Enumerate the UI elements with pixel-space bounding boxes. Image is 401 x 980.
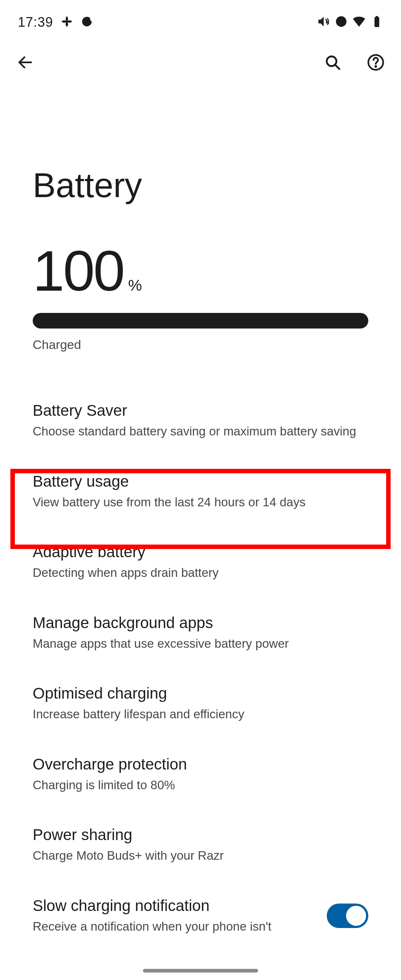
- battery-percent-symbol: %: [128, 277, 142, 294]
- setting-adaptive-battery[interactable]: Adaptive battery Detecting when apps dra…: [0, 527, 401, 598]
- setting-title: Battery usage: [33, 473, 368, 490]
- setting-sub: View battery use from the last 24 hours …: [33, 494, 368, 511]
- slow-charging-toggle[interactable]: [327, 904, 368, 928]
- toggle-thumb: [346, 906, 366, 926]
- setting-sub: Detecting when apps drain battery: [33, 565, 368, 581]
- setting-title: Optimised charging: [33, 684, 368, 702]
- status-bar: 17:39: [0, 0, 401, 37]
- battery-summary: 100 % Charged: [0, 242, 401, 352]
- setting-title: Power sharing: [33, 826, 368, 844]
- setting-battery-saver[interactable]: Battery Saver Choose standard battery sa…: [0, 385, 401, 456]
- setting-sub: Manage apps that use excessive battery p…: [33, 635, 368, 652]
- setting-optimised-charging[interactable]: Optimised charging Increase battery life…: [0, 668, 401, 739]
- status-right: [317, 15, 383, 29]
- page-title: Battery: [0, 88, 401, 242]
- settings-list: Battery Saver Choose standard battery sa…: [0, 385, 401, 951]
- help-button[interactable]: [365, 52, 386, 73]
- setting-overcharge-protection[interactable]: Overcharge protection Charging is limite…: [0, 739, 401, 810]
- setting-power-sharing[interactable]: Power sharing Charge Moto Buds+ with you…: [0, 810, 401, 880]
- mute-icon: [317, 15, 330, 29]
- setting-manage-background-apps[interactable]: Manage background apps Manage apps that …: [0, 598, 401, 668]
- wifi-icon: [353, 15, 365, 29]
- arrow-left-icon: [16, 54, 34, 71]
- battery-icon: [371, 15, 383, 29]
- setting-title: Adaptive battery: [33, 543, 368, 561]
- setting-sub: Receive a notification when your phone i…: [33, 918, 312, 935]
- dnd-circle-icon: [335, 15, 347, 29]
- status-time: 17:39: [18, 14, 53, 30]
- battery-progress-bar: [33, 313, 368, 329]
- svg-point-9: [376, 66, 376, 67]
- svg-rect-3: [375, 18, 379, 27]
- gesture-bar[interactable]: [143, 969, 258, 972]
- setting-sub: Charge Moto Buds+ with your Razr: [33, 848, 368, 864]
- help-icon: [367, 54, 385, 71]
- setting-title: Slow charging notification: [33, 897, 312, 915]
- battery-status-text: Charged: [33, 337, 368, 352]
- battery-level-row: 100 %: [33, 242, 368, 299]
- google-g-icon: [81, 15, 93, 29]
- setting-battery-usage[interactable]: Battery usage View battery use from the …: [0, 456, 401, 527]
- battery-progress-fill: [33, 313, 368, 329]
- setting-slow-charging-notification[interactable]: Slow charging notification Receive a not…: [0, 880, 401, 951]
- svg-line-7: [335, 65, 339, 69]
- battery-level-value: 100: [33, 242, 124, 299]
- status-left: 17:39: [18, 14, 93, 30]
- setting-sub: Increase battery lifespan and efficiency: [33, 706, 368, 723]
- setting-title: Overcharge protection: [33, 756, 368, 773]
- svg-rect-4: [376, 16, 378, 18]
- search-icon: [324, 54, 342, 71]
- pinwheel-icon: [60, 15, 73, 29]
- back-button[interactable]: [15, 52, 36, 73]
- setting-title: Manage background apps: [33, 614, 368, 632]
- app-bar: [0, 37, 401, 88]
- setting-sub: Choose standard battery saving or maximu…: [33, 423, 368, 440]
- setting-title: Battery Saver: [33, 402, 368, 420]
- search-button[interactable]: [322, 52, 343, 73]
- setting-sub: Charging is limited to 80%: [33, 777, 368, 794]
